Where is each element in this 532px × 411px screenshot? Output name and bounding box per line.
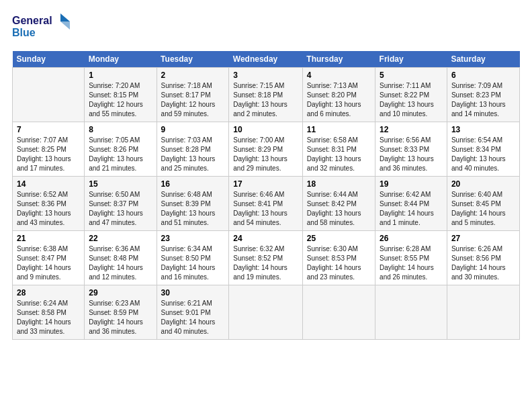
day-number: 23 <box>161 234 225 243</box>
day-number: 11 <box>307 125 371 134</box>
calendar-cell: 26Sunrise: 6:28 AMSunset: 8:55 PMDayligh… <box>375 231 447 285</box>
header-row: SundayMondayTuesdayWednesdayThursdayFrid… <box>13 51 520 68</box>
day-number: 19 <box>380 179 443 189</box>
day-info: Sunrise: 6:50 AMSunset: 8:37 PMDaylight:… <box>89 190 152 228</box>
day-info: Sunrise: 7:15 AMSunset: 8:18 PMDaylight:… <box>233 81 298 119</box>
calendar-week-row: 1Sunrise: 7:20 AMSunset: 8:15 PMDaylight… <box>13 68 520 122</box>
weekday-header: Wednesday <box>229 51 303 68</box>
calendar-cell: 27Sunrise: 6:26 AMSunset: 8:56 PMDayligh… <box>447 231 519 285</box>
day-info: Sunrise: 7:09 AMSunset: 8:23 PMDaylight:… <box>451 81 515 119</box>
weekday-header: Monday <box>85 51 157 68</box>
calendar-cell: 25Sunrise: 6:30 AMSunset: 8:53 PMDayligh… <box>302 231 375 285</box>
calendar-cell <box>13 68 85 122</box>
day-number: 28 <box>17 288 80 298</box>
calendar-cell: 2Sunrise: 7:18 AMSunset: 8:17 PMDaylight… <box>157 68 229 122</box>
day-info: Sunrise: 6:48 AMSunset: 8:39 PMDaylight:… <box>161 190 225 228</box>
day-number: 29 <box>89 288 152 298</box>
day-info: Sunrise: 6:30 AMSunset: 8:53 PMDaylight:… <box>307 244 371 282</box>
header: General Blue <box>12 12 520 44</box>
day-number: 18 <box>307 179 371 189</box>
calendar-cell: 11Sunrise: 6:58 AMSunset: 8:31 PMDayligh… <box>302 122 375 177</box>
svg-marker-2 <box>60 13 70 21</box>
svg-text:Blue: Blue <box>12 27 36 38</box>
calendar-cell: 14Sunrise: 6:52 AMSunset: 8:36 PMDayligh… <box>13 177 85 231</box>
weekday-header: Tuesday <box>157 51 229 68</box>
day-info: Sunrise: 7:11 AMSunset: 8:22 PMDaylight:… <box>380 81 443 119</box>
day-number: 17 <box>233 179 298 189</box>
calendar-week-row: 7Sunrise: 7:07 AMSunset: 8:25 PMDaylight… <box>13 122 520 177</box>
day-number: 10 <box>233 125 298 134</box>
calendar-cell: 6Sunrise: 7:09 AMSunset: 8:23 PMDaylight… <box>447 68 519 122</box>
calendar-cell: 3Sunrise: 7:15 AMSunset: 8:18 PMDaylight… <box>229 68 303 122</box>
calendar-week-row: 21Sunrise: 6:38 AMSunset: 8:47 PMDayligh… <box>13 231 520 285</box>
day-number: 5 <box>380 71 443 80</box>
day-number: 26 <box>380 234 443 243</box>
day-info: Sunrise: 6:46 AMSunset: 8:41 PMDaylight:… <box>233 190 298 228</box>
calendar-cell <box>447 285 519 340</box>
day-info: Sunrise: 7:18 AMSunset: 8:17 PMDaylight:… <box>161 81 225 119</box>
day-number: 25 <box>307 234 371 243</box>
calendar-cell: 7Sunrise: 7:07 AMSunset: 8:25 PMDaylight… <box>13 122 85 177</box>
day-info: Sunrise: 6:24 AMSunset: 8:58 PMDaylight:… <box>17 299 80 336</box>
day-number: 20 <box>451 179 515 189</box>
calendar-cell: 16Sunrise: 6:48 AMSunset: 8:39 PMDayligh… <box>157 177 229 231</box>
day-info: Sunrise: 6:58 AMSunset: 8:31 PMDaylight:… <box>307 136 371 173</box>
calendar-cell: 1Sunrise: 7:20 AMSunset: 8:15 PMDaylight… <box>85 68 157 122</box>
day-number: 8 <box>89 125 152 134</box>
day-info: Sunrise: 6:40 AMSunset: 8:45 PMDaylight:… <box>451 190 515 228</box>
day-info: Sunrise: 6:56 AMSunset: 8:33 PMDaylight:… <box>380 136 443 173</box>
day-info: Sunrise: 6:21 AMSunset: 9:01 PMDaylight:… <box>161 299 225 336</box>
day-info: Sunrise: 6:32 AMSunset: 8:52 PMDaylight:… <box>233 244 298 282</box>
svg-text:General: General <box>12 15 52 26</box>
weekday-header: Sunday <box>13 51 85 68</box>
weekday-header: Friday <box>375 51 447 68</box>
day-number: 15 <box>89 179 152 189</box>
day-info: Sunrise: 6:28 AMSunset: 8:55 PMDaylight:… <box>380 244 443 282</box>
day-number: 12 <box>380 125 443 134</box>
day-info: Sunrise: 6:52 AMSunset: 8:36 PMDaylight:… <box>17 190 80 228</box>
day-info: Sunrise: 7:05 AMSunset: 8:26 PMDaylight:… <box>89 136 152 173</box>
page: General Blue SundayMondayTuesdayWednesda… <box>0 0 532 411</box>
calendar-cell: 28Sunrise: 6:24 AMSunset: 8:58 PMDayligh… <box>13 285 85 340</box>
calendar-cell: 13Sunrise: 6:54 AMSunset: 8:34 PMDayligh… <box>447 122 519 177</box>
day-number: 21 <box>17 234 80 243</box>
day-info: Sunrise: 7:03 AMSunset: 8:28 PMDaylight:… <box>161 136 225 173</box>
weekday-header: Saturday <box>447 51 519 68</box>
svg-marker-3 <box>60 21 70 30</box>
calendar-cell <box>229 285 303 340</box>
calendar-cell: 10Sunrise: 7:00 AMSunset: 8:29 PMDayligh… <box>229 122 303 177</box>
calendar-table: SundayMondayTuesdayWednesdayThursdayFrid… <box>12 51 520 340</box>
calendar-cell: 24Sunrise: 6:32 AMSunset: 8:52 PMDayligh… <box>229 231 303 285</box>
calendar-cell <box>375 285 447 340</box>
calendar-cell: 9Sunrise: 7:03 AMSunset: 8:28 PMDaylight… <box>157 122 229 177</box>
day-info: Sunrise: 6:54 AMSunset: 8:34 PMDaylight:… <box>451 136 515 173</box>
weekday-header: Thursday <box>302 51 375 68</box>
day-info: Sunrise: 6:42 AMSunset: 8:44 PMDaylight:… <box>380 190 443 228</box>
day-info: Sunrise: 7:13 AMSunset: 8:20 PMDaylight:… <box>307 81 371 119</box>
day-info: Sunrise: 6:23 AMSunset: 8:59 PMDaylight:… <box>89 299 152 336</box>
calendar-cell <box>302 285 375 340</box>
day-number: 30 <box>161 288 225 298</box>
calendar-cell: 23Sunrise: 6:34 AMSunset: 8:50 PMDayligh… <box>157 231 229 285</box>
calendar-week-row: 14Sunrise: 6:52 AMSunset: 8:36 PMDayligh… <box>13 177 520 231</box>
calendar-cell: 21Sunrise: 6:38 AMSunset: 8:47 PMDayligh… <box>13 231 85 285</box>
calendar-cell: 5Sunrise: 7:11 AMSunset: 8:22 PMDaylight… <box>375 68 447 122</box>
day-number: 3 <box>233 71 298 80</box>
day-number: 16 <box>161 179 225 189</box>
day-number: 9 <box>161 125 225 134</box>
day-info: Sunrise: 6:34 AMSunset: 8:50 PMDaylight:… <box>161 244 225 282</box>
day-number: 27 <box>451 234 515 243</box>
day-info: Sunrise: 6:26 AMSunset: 8:56 PMDaylight:… <box>451 244 515 282</box>
calendar-cell: 20Sunrise: 6:40 AMSunset: 8:45 PMDayligh… <box>447 177 519 231</box>
calendar-week-row: 28Sunrise: 6:24 AMSunset: 8:58 PMDayligh… <box>13 285 520 340</box>
calendar-cell: 17Sunrise: 6:46 AMSunset: 8:41 PMDayligh… <box>229 177 303 231</box>
day-number: 2 <box>161 71 225 80</box>
day-info: Sunrise: 6:38 AMSunset: 8:47 PMDaylight:… <box>17 244 80 282</box>
calendar-cell: 4Sunrise: 7:13 AMSunset: 8:20 PMDaylight… <box>302 68 375 122</box>
calendar-cell: 15Sunrise: 6:50 AMSunset: 8:37 PMDayligh… <box>85 177 157 231</box>
day-number: 14 <box>17 179 80 189</box>
calendar-cell: 30Sunrise: 6:21 AMSunset: 9:01 PMDayligh… <box>157 285 229 340</box>
day-number: 24 <box>233 234 298 243</box>
day-number: 1 <box>89 71 152 80</box>
day-info: Sunrise: 6:36 AMSunset: 8:48 PMDaylight:… <box>89 244 152 282</box>
